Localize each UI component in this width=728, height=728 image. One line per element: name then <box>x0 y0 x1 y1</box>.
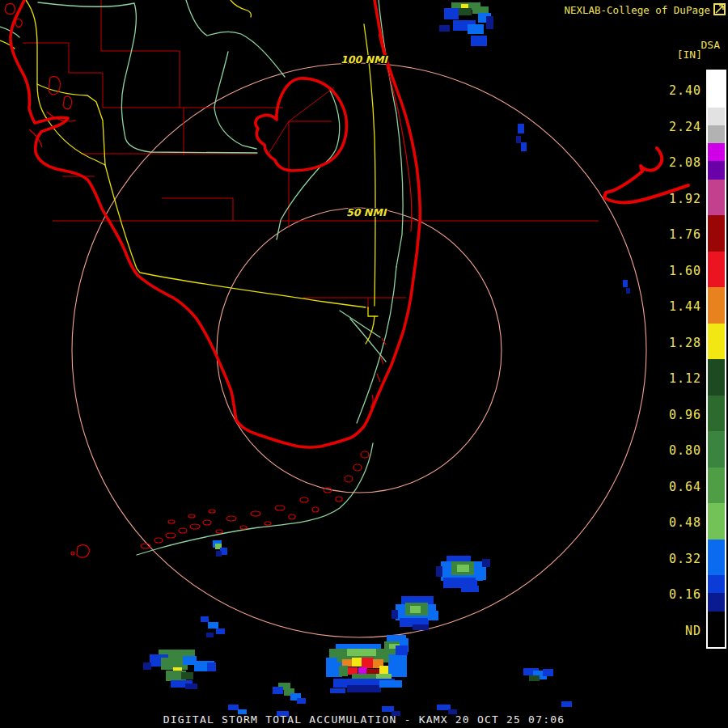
precip-cell <box>436 566 442 577</box>
color-scale-swatch <box>708 215 725 252</box>
precip-cell <box>461 586 479 592</box>
precip-cell <box>457 565 469 572</box>
color-scale-segment <box>708 108 725 144</box>
precip-cell <box>379 666 388 675</box>
precip-cell <box>396 645 408 655</box>
precip-cell <box>181 672 193 679</box>
county-lines <box>23 0 599 309</box>
color-scale-swatch <box>708 324 725 360</box>
color-scale-label: 1.28 <box>653 336 701 349</box>
precip-cell <box>382 706 394 712</box>
color-scale-label: 2.24 <box>653 121 701 133</box>
precip-cell <box>330 688 345 693</box>
florida-coast <box>11 0 420 447</box>
precip-cell <box>206 633 214 637</box>
precip-cell <box>388 654 407 677</box>
color-scale-swatch <box>708 143 725 161</box>
precip-cell <box>143 662 151 670</box>
color-scale-bar <box>706 70 726 649</box>
color-scale-swatch <box>708 161 725 179</box>
color-scale-swatch <box>708 593 725 611</box>
color-scale-swatch <box>708 468 725 504</box>
precip-cell <box>216 629 225 634</box>
color-scale-segment <box>708 431 725 468</box>
color-scale-swatch <box>708 431 725 468</box>
lake-okeechobee <box>256 78 347 171</box>
precip-cell <box>185 684 197 689</box>
color-scale-label: 0.16 <box>653 588 701 601</box>
color-scale-segment <box>708 396 725 432</box>
color-scale-label: 0.96 <box>653 408 701 421</box>
precip-cell <box>472 6 489 14</box>
precip-cell <box>458 8 472 15</box>
precip-cell <box>379 680 402 688</box>
color-scale-swatch <box>708 252 725 288</box>
color-scale-label: 1.76 <box>653 228 701 241</box>
color-scale-label: 0.64 <box>653 480 701 493</box>
precip-cell <box>623 280 628 287</box>
color-scale-swatch <box>708 503 725 540</box>
precip-cell <box>521 142 527 151</box>
color-scale-segment <box>708 503 725 540</box>
precip-cell <box>228 705 239 710</box>
precip-cell <box>468 24 484 34</box>
radar-map <box>0 0 728 728</box>
precip-cell <box>208 622 218 629</box>
precip-cell <box>471 36 487 46</box>
precip-cell <box>428 611 438 620</box>
color-scale-swatch <box>708 575 725 593</box>
color-scale-label: ND <box>653 624 701 637</box>
color-scale-label: 1.12 <box>653 372 701 385</box>
precip-cell <box>392 610 398 619</box>
precip-cell <box>347 649 376 656</box>
precip-cell <box>207 662 216 671</box>
precip-cell <box>273 687 283 694</box>
color-scale-label: 1.92 <box>653 193 701 205</box>
color-scale-segment <box>708 180 725 216</box>
precip-cell <box>439 25 450 32</box>
precip-cell <box>347 667 358 675</box>
color-scale-segment <box>708 215 725 252</box>
precip-cell <box>626 288 630 294</box>
precip-cell <box>297 698 306 704</box>
precip-cell <box>561 701 572 707</box>
precip-cell <box>516 136 521 143</box>
precip-cell <box>476 566 486 580</box>
precip-cell <box>342 659 353 667</box>
radar-display: NEXLAB-College of DuPage DSA [IN] 2.402.… <box>0 0 728 728</box>
color-scale-label: 0.80 <box>653 444 701 457</box>
color-scale-swatch <box>708 540 725 576</box>
color-scale-segment <box>708 468 725 504</box>
range-ring-label-50nmi: 50 NMI <box>346 206 386 218</box>
color-scale-segment <box>708 252 725 288</box>
range-ring-label-100nmi: 100 NMI <box>341 53 387 66</box>
color-scale-swatch <box>708 71 725 108</box>
color-scale-label: 0.48 <box>653 516 701 529</box>
cod-window-arrow-icon <box>713 3 726 15</box>
precip-echoes <box>143 2 630 717</box>
color-scale-label: 1.44 <box>653 300 701 313</box>
color-scale-swatch <box>708 125 725 143</box>
color-scale-segment <box>708 575 725 612</box>
color-scale-label: 1.60 <box>653 265 701 277</box>
brand-title: NEXLAB-College of DuPage <box>564 4 710 16</box>
color-scale-swatch <box>708 108 725 125</box>
color-scale-segment <box>708 287 725 324</box>
precip-cell <box>339 666 348 676</box>
precip-cell <box>444 8 459 19</box>
range-rings <box>72 63 646 637</box>
color-scale-swatch <box>708 359 725 396</box>
product-code-label: DSA <box>701 39 720 51</box>
precip-cell <box>413 624 429 630</box>
coastline <box>11 0 688 447</box>
precip-cell <box>216 551 222 557</box>
product-caption: DIGITAL STORM TOTAL ACCUMULATION - KAMX … <box>0 713 728 726</box>
precip-cell <box>543 669 553 676</box>
precip-cell <box>358 667 367 675</box>
range-ring-50nmi <box>217 208 502 493</box>
color-scale-swatch <box>708 612 725 648</box>
color-scale-label: 2.08 <box>653 156 701 169</box>
color-scale-segment <box>708 143 725 180</box>
precip-cell <box>482 559 490 567</box>
precip-cell <box>529 675 540 681</box>
